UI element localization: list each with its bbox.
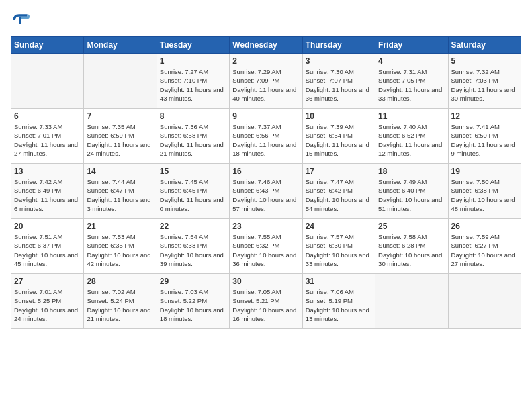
- day-info: Sunrise: 7:45 AMSunset: 6:45 PMDaylight:…: [160, 177, 226, 213]
- weekday-header-wednesday: Wednesday: [230, 37, 302, 54]
- day-info: Sunrise: 7:59 AMSunset: 6:27 PMDaylight:…: [451, 232, 518, 268]
- calendar-cell: 20Sunrise: 7:51 AMSunset: 6:37 PMDayligh…: [11, 219, 84, 274]
- day-number: 6: [14, 111, 81, 121]
- day-info: Sunrise: 7:49 AMSunset: 6:40 PMDaylight:…: [378, 177, 445, 213]
- weekday-header-sunday: Sunday: [11, 37, 84, 54]
- week-row-3: 20Sunrise: 7:51 AMSunset: 6:37 PMDayligh…: [11, 219, 521, 274]
- calendar-cell: 28Sunrise: 7:02 AMSunset: 5:24 PMDayligh…: [84, 274, 157, 329]
- day-number: 26: [451, 222, 518, 231]
- calendar-cell: 25Sunrise: 7:58 AMSunset: 6:28 PMDayligh…: [375, 219, 448, 274]
- day-info: Sunrise: 7:55 AMSunset: 6:32 PMDaylight:…: [232, 232, 299, 268]
- week-row-2: 13Sunrise: 7:42 AMSunset: 6:49 PMDayligh…: [11, 164, 521, 219]
- calendar-cell: 12Sunrise: 7:41 AMSunset: 6:50 PMDayligh…: [448, 109, 521, 164]
- calendar-cell: 17Sunrise: 7:47 AMSunset: 6:42 PMDayligh…: [302, 164, 375, 219]
- day-number: 21: [87, 222, 153, 231]
- day-info: Sunrise: 7:29 AMSunset: 7:09 PMDaylight:…: [232, 67, 299, 103]
- calendar-cell: 2Sunrise: 7:29 AMSunset: 7:09 PMDaylight…: [230, 54, 302, 109]
- calendar-cell: [448, 274, 521, 329]
- day-info: Sunrise: 7:06 AMSunset: 5:19 PMDaylight:…: [306, 287, 372, 323]
- day-number: 14: [87, 167, 153, 176]
- calendar-body: 1Sunrise: 7:27 AMSunset: 7:10 PMDaylight…: [11, 54, 521, 329]
- day-info: Sunrise: 7:03 AMSunset: 5:22 PMDaylight:…: [160, 287, 226, 323]
- day-number: 10: [306, 111, 372, 121]
- calendar-cell: 26Sunrise: 7:59 AMSunset: 6:27 PMDayligh…: [448, 219, 521, 274]
- weekday-row: SundayMondayTuesdayWednesdayThursdayFrid…: [11, 37, 521, 54]
- day-info: Sunrise: 7:46 AMSunset: 6:43 PMDaylight:…: [232, 177, 299, 213]
- day-info: Sunrise: 7:32 AMSunset: 7:03 PMDaylight:…: [451, 67, 518, 103]
- calendar-cell: [375, 274, 448, 329]
- calendar-cell: 19Sunrise: 7:50 AMSunset: 6:38 PMDayligh…: [448, 164, 521, 219]
- day-info: Sunrise: 7:36 AMSunset: 6:58 PMDaylight:…: [160, 122, 226, 158]
- calendar-cell: 29Sunrise: 7:03 AMSunset: 5:22 PMDayligh…: [157, 274, 229, 329]
- day-info: Sunrise: 7:30 AMSunset: 7:07 PMDaylight:…: [306, 67, 372, 103]
- day-info: Sunrise: 7:27 AMSunset: 7:10 PMDaylight:…: [160, 67, 226, 103]
- day-info: Sunrise: 7:35 AMSunset: 6:59 PMDaylight:…: [87, 122, 153, 158]
- day-number: 7: [87, 111, 153, 121]
- calendar-cell: 1Sunrise: 7:27 AMSunset: 7:10 PMDaylight…: [157, 54, 229, 109]
- day-number: 20: [14, 222, 81, 231]
- day-info: Sunrise: 7:40 AMSunset: 6:52 PMDaylight:…: [378, 122, 445, 158]
- day-number: 5: [451, 56, 518, 66]
- day-info: Sunrise: 7:50 AMSunset: 6:38 PMDaylight:…: [451, 177, 518, 213]
- day-info: Sunrise: 7:42 AMSunset: 6:49 PMDaylight:…: [14, 177, 81, 213]
- day-number: 18: [378, 167, 445, 176]
- day-number: 13: [14, 167, 81, 176]
- day-number: 25: [378, 222, 445, 231]
- calendar-cell: 14Sunrise: 7:44 AMSunset: 6:47 PMDayligh…: [84, 164, 157, 219]
- weekday-header-saturday: Saturday: [448, 37, 521, 54]
- week-row-4: 27Sunrise: 7:01 AMSunset: 5:25 PMDayligh…: [11, 274, 521, 329]
- day-info: Sunrise: 7:01 AMSunset: 5:25 PMDaylight:…: [14, 287, 81, 323]
- day-info: Sunrise: 7:44 AMSunset: 6:47 PMDaylight:…: [87, 177, 153, 213]
- page-header: [11, 11, 521, 30]
- day-number: 15: [160, 167, 226, 176]
- calendar-cell: 8Sunrise: 7:36 AMSunset: 6:58 PMDaylight…: [157, 109, 229, 164]
- day-number: 23: [232, 222, 299, 231]
- day-info: Sunrise: 7:39 AMSunset: 6:54 PMDaylight:…: [306, 122, 372, 158]
- calendar-cell: [84, 54, 157, 109]
- week-row-0: 1Sunrise: 7:27 AMSunset: 7:10 PMDaylight…: [11, 54, 521, 109]
- calendar-cell: 10Sunrise: 7:39 AMSunset: 6:54 PMDayligh…: [302, 109, 375, 164]
- day-info: Sunrise: 7:05 AMSunset: 5:21 PMDaylight:…: [232, 287, 299, 323]
- day-info: Sunrise: 7:53 AMSunset: 6:35 PMDaylight:…: [87, 232, 153, 268]
- day-number: 22: [160, 222, 226, 231]
- day-number: 16: [232, 167, 299, 176]
- calendar-cell: 22Sunrise: 7:54 AMSunset: 6:33 PMDayligh…: [157, 219, 229, 274]
- day-number: 17: [306, 167, 372, 176]
- calendar-cell: 18Sunrise: 7:49 AMSunset: 6:40 PMDayligh…: [375, 164, 448, 219]
- day-number: 29: [160, 277, 226, 286]
- calendar-cell: 16Sunrise: 7:46 AMSunset: 6:43 PMDayligh…: [230, 164, 302, 219]
- day-number: 8: [160, 111, 226, 121]
- calendar-header: SundayMondayTuesdayWednesdayThursdayFrid…: [11, 37, 521, 54]
- calendar-cell: 4Sunrise: 7:31 AMSunset: 7:05 PMDaylight…: [375, 54, 448, 109]
- calendar-cell: 13Sunrise: 7:42 AMSunset: 6:49 PMDayligh…: [11, 164, 84, 219]
- day-info: Sunrise: 7:41 AMSunset: 6:50 PMDaylight:…: [451, 122, 518, 158]
- day-number: 19: [451, 167, 518, 176]
- logo: [11, 11, 32, 30]
- day-info: Sunrise: 7:33 AMSunset: 7:01 PMDaylight:…: [14, 122, 81, 158]
- day-number: 3: [306, 56, 372, 66]
- day-number: 28: [87, 277, 153, 286]
- calendar-cell: 11Sunrise: 7:40 AMSunset: 6:52 PMDayligh…: [375, 109, 448, 164]
- day-info: Sunrise: 7:37 AMSunset: 6:56 PMDaylight:…: [232, 122, 299, 158]
- calendar-cell: 21Sunrise: 7:53 AMSunset: 6:35 PMDayligh…: [84, 219, 157, 274]
- calendar-cell: 31Sunrise: 7:06 AMSunset: 5:19 PMDayligh…: [302, 274, 375, 329]
- day-number: 11: [378, 111, 445, 121]
- weekday-header-monday: Monday: [84, 37, 157, 54]
- calendar-cell: 9Sunrise: 7:37 AMSunset: 6:56 PMDaylight…: [230, 109, 302, 164]
- day-info: Sunrise: 7:58 AMSunset: 6:28 PMDaylight:…: [378, 232, 445, 268]
- day-info: Sunrise: 7:31 AMSunset: 7:05 PMDaylight:…: [378, 67, 445, 103]
- calendar-cell: 27Sunrise: 7:01 AMSunset: 5:25 PMDayligh…: [11, 274, 84, 329]
- day-number: 31: [306, 277, 372, 286]
- logo-icon: [11, 11, 30, 30]
- day-number: 2: [232, 56, 299, 66]
- weekday-header-tuesday: Tuesday: [157, 37, 229, 54]
- weekday-header-thursday: Thursday: [302, 37, 375, 54]
- day-number: 12: [451, 111, 518, 121]
- calendar-cell: 30Sunrise: 7:05 AMSunset: 5:21 PMDayligh…: [230, 274, 302, 329]
- weekday-header-friday: Friday: [375, 37, 448, 54]
- calendar-cell: 6Sunrise: 7:33 AMSunset: 7:01 PMDaylight…: [11, 109, 84, 164]
- calendar-cell: 15Sunrise: 7:45 AMSunset: 6:45 PMDayligh…: [157, 164, 229, 219]
- day-number: 1: [160, 56, 226, 66]
- day-number: 4: [378, 56, 445, 66]
- week-row-1: 6Sunrise: 7:33 AMSunset: 7:01 PMDaylight…: [11, 109, 521, 164]
